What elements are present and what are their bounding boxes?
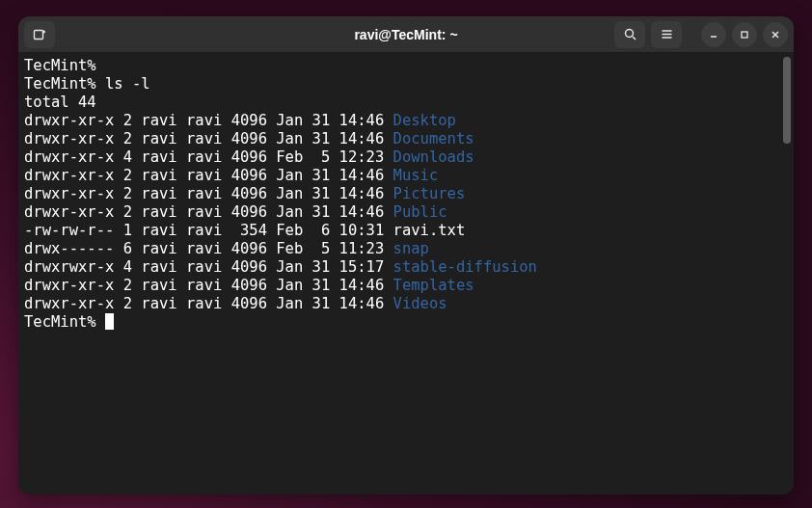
scrollbar-thumb[interactable]	[783, 57, 791, 144]
menu-button[interactable]	[651, 21, 682, 48]
new-tab-button[interactable]	[24, 21, 55, 48]
close-icon	[770, 29, 781, 40]
titlebar: ravi@TecMint: ~	[18, 16, 794, 53]
terminal-output: TecMint% TecMint% ls -l total 44 drwxr-x…	[24, 57, 788, 332]
maximize-icon	[739, 29, 750, 40]
new-tab-icon	[32, 27, 47, 42]
svg-point-3	[625, 30, 633, 38]
hamburger-icon	[660, 27, 674, 41]
minimize-button[interactable]	[701, 22, 726, 47]
search-icon	[623, 27, 637, 41]
svg-line-4	[633, 37, 636, 40]
scrollbar[interactable]	[783, 57, 791, 491]
minimize-icon	[708, 29, 719, 40]
search-button[interactable]	[614, 21, 645, 48]
terminal-body[interactable]: TecMint% TecMint% ls -l total 44 drwxr-x…	[18, 53, 794, 495]
close-button[interactable]	[763, 22, 788, 47]
terminal-window: ravi@TecMint: ~	[18, 16, 794, 495]
maximize-button[interactable]	[732, 22, 757, 47]
svg-rect-9	[742, 32, 747, 38]
cursor	[105, 313, 114, 330]
svg-rect-0	[35, 30, 43, 39]
